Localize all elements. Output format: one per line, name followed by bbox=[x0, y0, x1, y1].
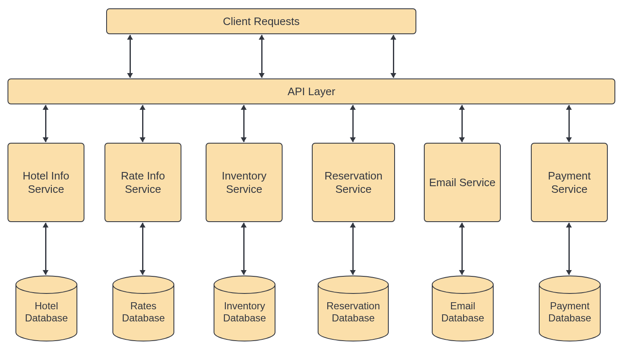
service-box-1: Rate Info Service bbox=[104, 143, 181, 222]
service-label-3: Reservation Service bbox=[316, 169, 391, 196]
arrow-service-db-2 bbox=[243, 223, 245, 275]
database-label-4: Email Database bbox=[432, 300, 494, 324]
database-1: Rates Database bbox=[112, 276, 174, 341]
arrow-service-db-3 bbox=[352, 223, 354, 275]
arrow-service-db-5 bbox=[568, 223, 570, 275]
database-label-2: Inventory Database bbox=[214, 300, 275, 324]
svg-point-2 bbox=[214, 276, 275, 293]
api-layer-label: API Layer bbox=[288, 85, 335, 99]
arrow-service-db-4 bbox=[461, 223, 463, 275]
database-5: Payment Database bbox=[539, 276, 601, 341]
arrow-api-service-1 bbox=[142, 105, 143, 142]
api-layer-box: API Layer bbox=[8, 78, 615, 104]
client-requests-box: Client Requests bbox=[106, 8, 416, 34]
svg-point-5 bbox=[539, 276, 600, 293]
service-label-0: Hotel Info Service bbox=[12, 169, 80, 196]
database-2: Inventory Database bbox=[214, 276, 275, 341]
arrow-api-service-3 bbox=[352, 105, 354, 142]
svg-point-4 bbox=[432, 276, 493, 293]
database-3: Reservation Database bbox=[318, 276, 389, 341]
arrow-client-api-2 bbox=[261, 35, 263, 78]
client-requests-label: Client Requests bbox=[223, 15, 300, 28]
service-box-4: Email Service bbox=[424, 143, 501, 222]
database-label-0: Hotel Database bbox=[15, 300, 77, 324]
service-box-0: Hotel Info Service bbox=[8, 143, 84, 222]
arrow-service-db-1 bbox=[142, 223, 143, 275]
svg-point-0 bbox=[16, 276, 77, 293]
arrow-api-service-5 bbox=[568, 105, 570, 142]
database-4: Email Database bbox=[432, 276, 494, 341]
database-label-5: Payment Database bbox=[539, 300, 601, 324]
arrow-service-db-0 bbox=[45, 223, 46, 275]
svg-point-1 bbox=[113, 276, 174, 293]
service-box-2: Inventory Service bbox=[206, 143, 283, 222]
database-label-3: Reservation Database bbox=[318, 300, 389, 324]
service-label-5: Payment Service bbox=[535, 169, 604, 196]
service-box-5: Payment Service bbox=[531, 143, 608, 222]
service-label-1: Rate Info Service bbox=[109, 169, 177, 196]
arrow-client-api-3 bbox=[393, 35, 394, 78]
service-label-2: Inventory Service bbox=[210, 169, 278, 196]
service-box-3: Reservation Service bbox=[312, 143, 395, 222]
database-label-1: Rates Database bbox=[112, 300, 174, 324]
arrow-api-service-0 bbox=[45, 105, 46, 142]
arrow-api-service-2 bbox=[243, 105, 245, 142]
arrow-client-api-1 bbox=[130, 35, 131, 78]
svg-point-3 bbox=[318, 276, 388, 293]
arrow-api-service-4 bbox=[461, 105, 463, 142]
database-0: Hotel Database bbox=[15, 276, 77, 341]
service-label-4: Email Service bbox=[429, 176, 496, 190]
